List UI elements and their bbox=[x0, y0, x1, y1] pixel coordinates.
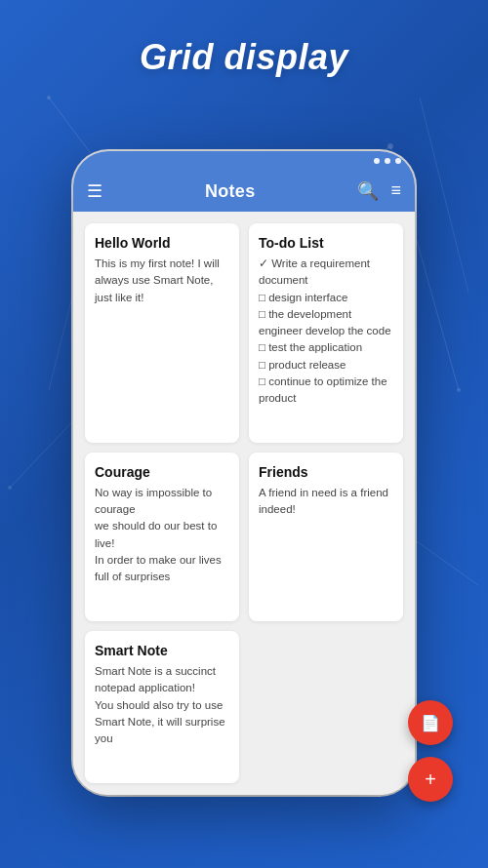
filter-icon[interactable]: ≡ bbox=[390, 180, 401, 202]
doc-icon: 📄 bbox=[421, 714, 440, 732]
page-title: Grid display bbox=[0, 0, 488, 98]
svg-point-14 bbox=[457, 388, 461, 392]
note-card-courage[interactable]: Courage No way is impossible to courage … bbox=[85, 453, 239, 621]
note-body: This is my first note! I will always use… bbox=[95, 256, 229, 306]
status-bar bbox=[73, 151, 415, 171]
note-body: No way is impossible to courage we shoul… bbox=[95, 485, 229, 586]
menu-icon[interactable]: ☰ bbox=[87, 180, 102, 202]
toolbar-actions: 🔍 ≡ bbox=[357, 180, 401, 202]
note-body: A friend in need is a friend indeed! bbox=[259, 485, 393, 519]
svg-point-12 bbox=[387, 143, 393, 149]
svg-point-16 bbox=[8, 486, 12, 490]
toolbar: ☰ Notes 🔍 ≡ bbox=[73, 171, 415, 212]
toolbar-title: Notes bbox=[112, 181, 347, 202]
search-icon[interactable]: 🔍 bbox=[357, 180, 379, 202]
notes-grid: Hello World This is my first note! I wil… bbox=[73, 212, 415, 795]
note-title: To-do List bbox=[259, 235, 393, 251]
fab-document-button[interactable]: 📄 bbox=[408, 700, 453, 745]
note-body: Smart Note is a succinct notepad applica… bbox=[95, 663, 229, 747]
note-card-todo-list[interactable]: To-do List ✓ Write a requirement documen… bbox=[249, 223, 403, 443]
note-title: Courage bbox=[95, 464, 229, 480]
note-title: Smart Note bbox=[95, 643, 229, 658]
signal-icon bbox=[374, 158, 380, 164]
note-card-hello-world[interactable]: Hello World This is my first note! I wil… bbox=[85, 223, 239, 443]
note-body: ✓ Write a requirement document □ design … bbox=[259, 256, 393, 407]
note-title: Hello World bbox=[95, 235, 229, 251]
svg-line-9 bbox=[420, 98, 468, 293]
note-title: Friends bbox=[259, 464, 393, 480]
battery-icon bbox=[395, 158, 401, 164]
note-card-friends[interactable]: Friends A friend in need is a friend ind… bbox=[249, 453, 403, 621]
fab-container: 📄 + bbox=[408, 700, 453, 802]
wifi-icon bbox=[385, 158, 390, 164]
fab-add-button[interactable]: + bbox=[408, 757, 453, 802]
note-card-smart-note[interactable]: Smart Note Smart Note is a succinct note… bbox=[85, 631, 239, 783]
phone-mockup: ☰ Notes 🔍 ≡ Hello World This is my first… bbox=[73, 151, 415, 795]
add-icon: + bbox=[425, 769, 436, 791]
